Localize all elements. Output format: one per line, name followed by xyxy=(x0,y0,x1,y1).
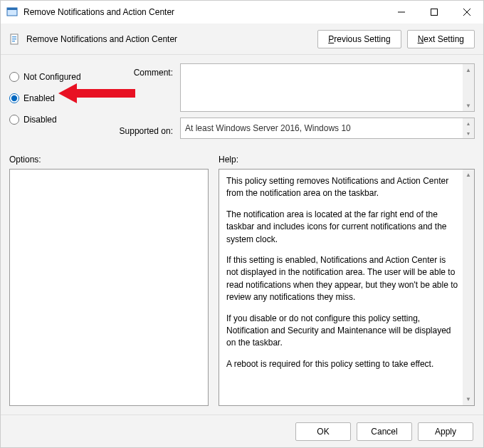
help-paragraph: The notification area is located at the … xyxy=(226,209,458,246)
scroll-down-icon: ▼ xyxy=(463,128,474,138)
scroll-up-icon: ▲ xyxy=(463,118,474,128)
comment-box: ▲ ▼ xyxy=(180,63,475,112)
supported-label: Supported on: xyxy=(116,125,180,146)
policy-icon xyxy=(9,33,21,45)
window-controls xyxy=(385,1,483,24)
comment-scrollbar[interactable]: ▲ ▼ xyxy=(463,64,474,111)
supported-on-text: At least Windows Server 2016, Windows 10 xyxy=(185,123,351,133)
svg-rect-1 xyxy=(7,8,17,10)
help-box: This policy setting removes Notification… xyxy=(219,169,475,406)
app-icon xyxy=(6,6,18,18)
help-paragraph: If this setting is enabled, Notification… xyxy=(226,254,458,304)
supported-scrollbar[interactable]: ▲ ▼ xyxy=(463,118,474,138)
radio-enabled[interactable]: Enabled xyxy=(9,88,116,109)
help-paragraph: If you disable or do not configure this … xyxy=(226,313,458,350)
scroll-up-icon: ▲ xyxy=(463,64,474,75)
radio-not-configured-label: Not Configured xyxy=(23,72,81,82)
svg-rect-9 xyxy=(12,41,15,42)
fields-col: ▲ ▼ At least Windows Server 2016, Window… xyxy=(180,63,475,146)
comment-textarea[interactable] xyxy=(181,64,463,111)
options-panel: Options: xyxy=(9,155,209,406)
svg-rect-3 xyxy=(431,9,438,16)
gpo-editor-window: Remove Notifications and Action Center R… xyxy=(0,0,484,448)
close-button[interactable] xyxy=(451,1,483,24)
radio-disabled-input[interactable] xyxy=(9,115,19,125)
radio-not-configured[interactable]: Not Configured xyxy=(9,66,116,88)
policy-title: Remove Notifications and Action Center xyxy=(26,34,312,44)
help-paragraph: This policy setting removes Notification… xyxy=(226,175,458,200)
options-box xyxy=(9,169,209,406)
help-panel: Help: This policy setting removes Notifi… xyxy=(219,155,475,406)
scroll-down-icon: ▼ xyxy=(463,100,474,111)
comment-label: Comment: xyxy=(116,66,180,88)
help-scrollbar[interactable]: ▲ ▼ xyxy=(463,170,474,405)
radio-enabled-input[interactable] xyxy=(9,93,19,103)
radio-not-configured-input[interactable] xyxy=(9,72,19,82)
options-label: Options: xyxy=(9,155,209,165)
radio-disabled[interactable]: Disabled xyxy=(9,109,116,130)
previous-setting-button[interactable]: Previous Setting xyxy=(317,30,401,48)
supported-on-box: At least Windows Server 2016, Windows 10… xyxy=(180,118,475,139)
config-area: Not Configured Enabled Disabled Comment:… xyxy=(1,55,483,146)
radio-enabled-label: Enabled xyxy=(23,93,55,103)
ok-button[interactable]: OK xyxy=(295,422,351,441)
svg-rect-7 xyxy=(12,36,16,38)
field-labels: Comment: Supported on: xyxy=(116,63,180,146)
radio-disabled-label: Disabled xyxy=(23,115,57,125)
scroll-up-icon: ▲ xyxy=(463,170,474,181)
subheader: Remove Notifications and Action Center P… xyxy=(1,24,483,55)
apply-button[interactable]: Apply xyxy=(418,422,473,441)
help-label: Help: xyxy=(219,155,475,165)
lower-panels: Options: Help: This policy setting remov… xyxy=(1,146,483,415)
svg-rect-8 xyxy=(12,38,16,40)
footer: OK Cancel Apply xyxy=(1,415,483,447)
maximize-button[interactable] xyxy=(418,1,451,24)
window-title: Remove Notifications and Action Center xyxy=(23,7,385,17)
scroll-down-icon: ▼ xyxy=(463,394,474,405)
cancel-button[interactable]: Cancel xyxy=(357,422,412,441)
titlebar: Remove Notifications and Action Center xyxy=(1,1,483,24)
minimize-button[interactable] xyxy=(385,1,418,24)
next-setting-button[interactable]: Next Setting xyxy=(407,30,475,48)
help-paragraph: A reboot is required for this policy set… xyxy=(226,358,458,370)
state-radios: Not Configured Enabled Disabled xyxy=(9,63,116,146)
